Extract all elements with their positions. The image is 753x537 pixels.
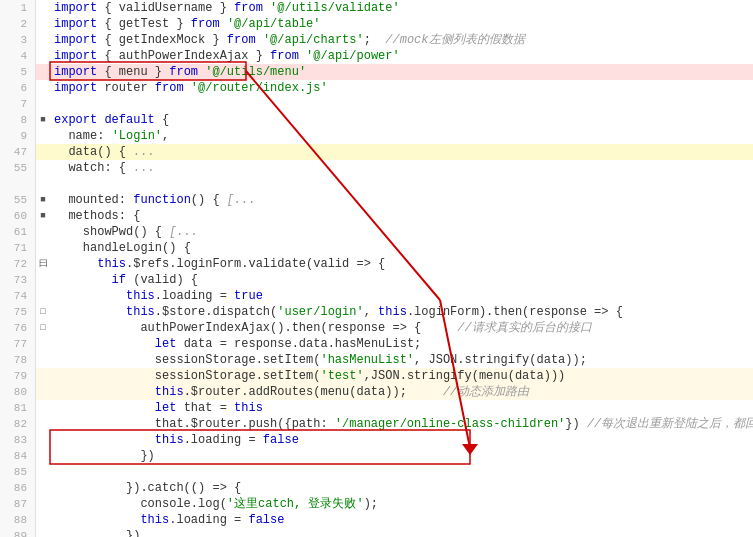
line-gutter xyxy=(36,528,50,537)
code-line-add-routes: 80 this.$router.addRoutes(menu(data)); /… xyxy=(0,384,753,400)
line-gutter: ■ xyxy=(36,208,50,224)
code-line: 3 import { getIndexMock } from '@/api/ch… xyxy=(0,32,753,48)
line-number: 77 xyxy=(0,336,36,352)
code-line: 86 }).catch(() => { xyxy=(0,480,753,496)
code-line: 55 watch: { ... xyxy=(0,160,753,176)
line-number: 61 xyxy=(0,224,36,240)
line-gutter: □ xyxy=(36,304,50,320)
line-gutter xyxy=(36,224,50,240)
line-gutter xyxy=(36,160,50,176)
code-line: 78 sessionStorage.setItem('hasMenuList',… xyxy=(0,352,753,368)
line-content xyxy=(50,96,753,112)
line-number: 5 xyxy=(0,64,36,80)
code-line: 71 handleLogin() { xyxy=(0,240,753,256)
line-content: console.log('这里catch, 登录失败'); xyxy=(50,496,753,512)
line-gutter xyxy=(36,368,50,384)
line-content: }).catch(() => { xyxy=(50,480,753,496)
line-gutter xyxy=(36,464,50,480)
line-gutter xyxy=(36,16,50,32)
code-line: 6 import router from '@/router/index.js' xyxy=(0,80,753,96)
line-number: 55 xyxy=(0,160,36,176)
line-content: import { menu } from '@/utils/menu' xyxy=(50,64,753,80)
line-number: 7 xyxy=(0,96,36,112)
line-content: let that = this xyxy=(50,400,753,416)
line-gutter xyxy=(36,0,50,16)
line-content: import { authPowerIndexAjax } from '@/ap… xyxy=(50,48,753,64)
line-gutter: ■ xyxy=(36,112,50,128)
line-number: 71 xyxy=(0,240,36,256)
line-number: 1 xyxy=(0,0,36,16)
line-content: authPowerIndexAjax().then(response => { … xyxy=(50,320,753,336)
code-lines: 1 import { validUsername } from '@/utils… xyxy=(0,0,753,537)
line-content: mounted: function() { [... xyxy=(50,192,753,208)
line-content: if (valid) { xyxy=(50,272,753,288)
line-number: 8 xyxy=(0,112,36,128)
code-line xyxy=(0,176,753,192)
line-gutter xyxy=(36,416,50,432)
code-line: 77 let data = response.data.hasMenuList; xyxy=(0,336,753,352)
line-gutter xyxy=(36,128,50,144)
code-line: 82 that.$router.push({path: '/manager/on… xyxy=(0,416,753,432)
code-line: 60 ■ methods: { xyxy=(0,208,753,224)
code-line-import-menu: 5 import { menu } from '@/utils/menu' xyxy=(0,64,753,80)
line-number: 85 xyxy=(0,464,36,480)
line-content: sessionStorage.setItem('hasMenuList', JS… xyxy=(50,352,753,368)
line-content: showPwd() { [... xyxy=(50,224,753,240)
code-line: 76 □ authPowerIndexAjax().then(response … xyxy=(0,320,753,336)
line-gutter xyxy=(36,32,50,48)
line-number: 55 xyxy=(0,192,36,208)
line-content: this.$router.addRoutes(menu(data)); //动态… xyxy=(50,384,753,400)
line-content: this.$store.dispatch('user/login', this.… xyxy=(50,304,753,320)
code-line: 85 xyxy=(0,464,753,480)
line-number: 6 xyxy=(0,80,36,96)
line-content: this.loading = false xyxy=(50,512,753,528)
line-content: }) xyxy=(50,528,753,537)
line-gutter: □ xyxy=(36,320,50,336)
line-content: this.loading = true xyxy=(50,288,753,304)
code-line: 88 this.loading = false xyxy=(0,512,753,528)
line-gutter xyxy=(36,144,50,160)
line-gutter xyxy=(36,448,50,464)
line-number xyxy=(0,176,36,192)
line-number: 72 xyxy=(0,256,36,272)
code-line-session-test: 79 sessionStorage.setItem('test',JSON.st… xyxy=(0,368,753,384)
line-content: import router from '@/router/index.js' xyxy=(50,80,753,96)
line-content: }) xyxy=(50,448,753,464)
line-number: 86 xyxy=(0,480,36,496)
line-content: this.loading = false xyxy=(50,432,753,448)
line-content: name: 'Login', xyxy=(50,128,753,144)
line-content: data() { ... xyxy=(50,144,753,160)
line-content: sessionStorage.setItem('test',JSON.strin… xyxy=(50,368,753,384)
line-gutter xyxy=(36,80,50,96)
line-content: import { getIndexMock } from '@/api/char… xyxy=(50,32,753,48)
line-number: 84 xyxy=(0,448,36,464)
line-content: methods: { xyxy=(50,208,753,224)
line-gutter xyxy=(36,400,50,416)
code-line: 74 this.loading = true xyxy=(0,288,753,304)
line-gutter xyxy=(36,176,50,192)
line-number: 60 xyxy=(0,208,36,224)
line-number: 2 xyxy=(0,16,36,32)
code-line: 55 ■ mounted: function() { [... xyxy=(0,192,753,208)
line-gutter xyxy=(36,48,50,64)
line-content: this.$refs.loginForm.validate(valid => { xyxy=(50,256,753,272)
line-content xyxy=(50,176,753,192)
line-number: 87 xyxy=(0,496,36,512)
line-number: 78 xyxy=(0,352,36,368)
line-number: 80 xyxy=(0,384,36,400)
line-content: let data = response.data.hasMenuList; xyxy=(50,336,753,352)
line-number: 75 xyxy=(0,304,36,320)
code-line: 87 console.log('这里catch, 登录失败'); xyxy=(0,496,753,512)
line-number: 3 xyxy=(0,32,36,48)
code-line: 7 xyxy=(0,96,753,112)
line-gutter xyxy=(36,432,50,448)
code-editor: 1 import { validUsername } from '@/utils… xyxy=(0,0,753,537)
code-line: 8 ■ export default { xyxy=(0,112,753,128)
code-line: 75 □ this.$store.dispatch('user/login', … xyxy=(0,304,753,320)
line-number: 83 xyxy=(0,432,36,448)
line-gutter xyxy=(36,240,50,256)
code-line: 9 name: 'Login', xyxy=(0,128,753,144)
line-gutter xyxy=(36,384,50,400)
line-number: 74 xyxy=(0,288,36,304)
line-number: 9 xyxy=(0,128,36,144)
